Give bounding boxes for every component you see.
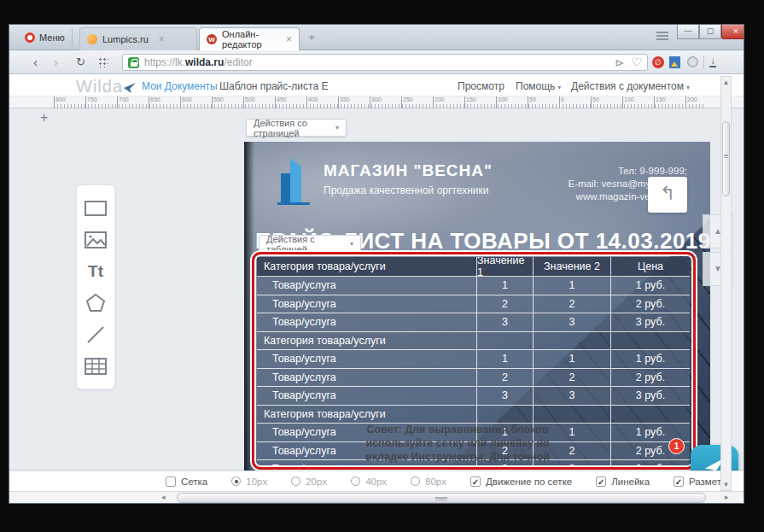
ruler-tick: 200	[685, 96, 697, 108]
radio-icon	[351, 476, 360, 486]
table-cell: Категория товара/услуги	[257, 406, 477, 424]
table-cell: Товар/услуга	[257, 313, 477, 331]
tab-title: Онлайн-редактор	[222, 29, 276, 50]
table-cell: Товар/услуга	[257, 369, 477, 387]
extension-icon[interactable]	[669, 56, 680, 68]
table-cell: 3 руб.	[611, 460, 690, 471]
opera-menu-button[interactable]: Меню	[18, 28, 73, 47]
table-cell: Товар/услуга	[257, 387, 477, 405]
table-row[interactable]: Товар/услуга333 руб.	[257, 387, 690, 406]
ruler-tick: 650	[149, 96, 160, 108]
ruler-checkbox[interactable]: ✓Линейка	[596, 476, 650, 487]
table-cell: 1	[534, 350, 611, 368]
wilda-app-header: Wilda Мои Документы Шаблон прайс-листа Е…	[9, 74, 744, 96]
horizontal-scroll-thumb[interactable]	[177, 493, 706, 503]
table-cell: 3	[534, 313, 611, 331]
text-tool[interactable]: Tt	[83, 260, 108, 283]
adblock-extension-icon[interactable]: ∅	[652, 56, 664, 68]
table-cell	[534, 406, 611, 424]
table-cell: 2	[477, 369, 534, 387]
shape-tool[interactable]	[83, 292, 108, 314]
table-actions-button[interactable]: Действия с таблицей▾	[259, 235, 361, 253]
back-button[interactable]: ‹	[33, 54, 38, 71]
table-row[interactable]: Категория товара/услуги	[257, 406, 690, 424]
share-icon[interactable]: ⊳	[615, 56, 625, 69]
grid-checkbox[interactable]: Сетка	[166, 476, 207, 487]
forward-button[interactable]: ›	[54, 54, 58, 71]
tab-close-icon[interactable]: ×	[159, 33, 165, 45]
table-cell: Товар/услуга	[257, 295, 477, 313]
table-header-row[interactable]: Категория товара/услугиЗначение 1Значени…	[257, 257, 690, 277]
ruler-tick: 550	[212, 96, 224, 108]
company-text-block[interactable]: МАГАЗИН "ВЕСНА" Продажа качественной орг…	[324, 161, 493, 196]
table-cell: 2	[534, 295, 611, 313]
download-icon[interactable]: ↓	[709, 56, 716, 67]
https-lock-icon	[128, 57, 139, 68]
maximize-button[interactable]: ▢	[699, 25, 721, 39]
company-name: МАГАЗИН "ВЕСНА"	[324, 161, 493, 180]
scroll-left-icon[interactable]: ◂	[161, 493, 166, 501]
image-tool[interactable]	[83, 229, 108, 251]
speed-dial-icon[interactable]	[98, 57, 108, 67]
line-tool[interactable]	[83, 324, 108, 346]
ruler-tick: 50	[528, 96, 536, 108]
vertical-scrollbar[interactable]: ▲ ▼	[720, 76, 732, 491]
page-actions-button[interactable]: Действия со страницей▾	[246, 119, 347, 137]
grid-size-80px-radio[interactable]: 80px	[411, 476, 446, 487]
scroll-right-icon[interactable]: ▸	[725, 493, 729, 501]
table-tool[interactable]	[83, 355, 108, 377]
snap-to-grid-checkbox[interactable]: ✓Движение по сетке	[470, 476, 572, 487]
scroll-up-icon[interactable]: ▲	[721, 79, 731, 86]
checkbox-icon	[166, 476, 176, 487]
undo-button[interactable]: ↰	[648, 177, 687, 213]
grid-size-10px-radio[interactable]: 10px	[231, 476, 267, 487]
tip-line: используйте сетку или линейку во	[361, 436, 554, 450]
menu-doc-actions[interactable]: Действия с документом▾	[571, 80, 690, 92]
tab-online-editor[interactable]: W Онлайн-редактор ×	[199, 27, 300, 50]
table-row[interactable]: Товар/услуга222 руб.	[257, 369, 690, 388]
undo-icon: ↰	[660, 183, 675, 204]
url-text: https://lk.wilda.ru/editor	[144, 56, 253, 68]
rectangle-tool[interactable]	[83, 197, 108, 219]
ruler-tick: 200	[433, 96, 445, 108]
menu-help[interactable]: Помощь▾	[516, 80, 561, 92]
globe-icon[interactable]	[687, 56, 698, 67]
ruler-tick: 750	[85, 96, 97, 108]
vertical-scroll-thumb[interactable]	[722, 121, 730, 196]
company-logo[interactable]	[276, 155, 312, 211]
table-row[interactable]: Товар/услуга111 руб.	[257, 350, 690, 369]
table-cell	[611, 332, 690, 350]
close-button[interactable]: ×	[721, 25, 744, 39]
table-header-cell: Значение 1	[477, 257, 534, 276]
table-cell	[534, 332, 611, 350]
wilda-logo[interactable]: Wilda	[76, 77, 137, 96]
menu-preview[interactable]: Просмотр	[458, 80, 504, 92]
grid-size-40px-radio[interactable]: 40px	[351, 476, 387, 487]
address-bar[interactable]: https://lk.wilda.ru/editor ⊳ ♡	[122, 54, 648, 71]
ruler-tick: 0	[559, 96, 564, 108]
table-row[interactable]: Товар/услуга222 руб.	[257, 295, 690, 314]
scroll-down-icon[interactable]: ▼	[721, 481, 731, 488]
tab-menu-icon[interactable]	[655, 30, 670, 44]
document-title: Шаблон прайс-листа Е	[219, 80, 328, 92]
wilda-favicon: W	[207, 34, 217, 44]
bookmark-heart-icon[interactable]: ♡	[631, 56, 642, 69]
table-row[interactable]: Товар/услуга111 руб.	[257, 277, 690, 295]
grid-size-20px-radio[interactable]: 20px	[291, 476, 327, 487]
tab-close-icon[interactable]: ×	[286, 33, 292, 45]
new-tab-button[interactable]: +	[301, 30, 322, 45]
add-page-icon[interactable]: +	[40, 110, 48, 126]
tab-lumpics[interactable]: Lumpics.ru ×	[79, 27, 197, 50]
table-row[interactable]: Товар/услуга333 руб.	[257, 313, 690, 332]
table-header-cell: Значение 2	[534, 257, 611, 276]
table-row[interactable]: Категория товара/услуги	[257, 332, 690, 351]
minimize-button[interactable]: —	[677, 25, 699, 39]
reload-button[interactable]: ↻	[76, 54, 85, 71]
wilda-plane-icon	[123, 82, 137, 94]
my-documents-link[interactable]: Мои Документы	[142, 80, 218, 92]
table-cell: Категория товара/услуги	[257, 332, 477, 350]
page-edge-shadow	[244, 142, 254, 491]
ruler-tick: 350	[338, 96, 350, 108]
browser-window: Меню Lumpics.ru × W Онлайн-редактор × + …	[9, 24, 744, 504]
ruler-tick: 150	[654, 96, 666, 108]
